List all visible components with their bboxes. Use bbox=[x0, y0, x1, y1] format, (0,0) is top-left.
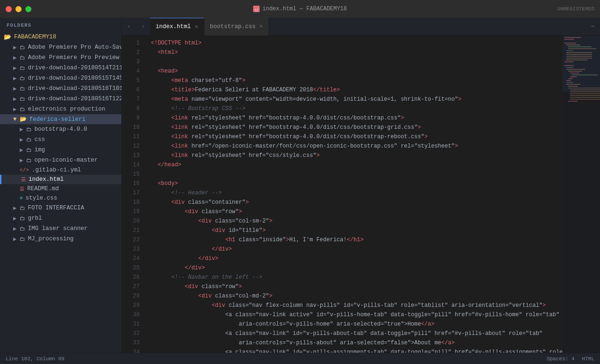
folder-icon-shape7: 🗀 bbox=[26, 126, 32, 133]
code-line bbox=[151, 57, 562, 67]
sidebar-item-drive2[interactable]: ▶ 🗀 drive-download-20180515T14561 bbox=[0, 73, 121, 83]
folder-closed-icon: ▶ bbox=[13, 54, 17, 61]
code-line: <div class="row"> bbox=[151, 207, 562, 216]
code-line: <a class="nav-link" id="v-pills-assignme… bbox=[151, 348, 562, 353]
folder-closed-icon: ▶ bbox=[13, 44, 17, 51]
folder-closed-icon11: ▶ bbox=[13, 204, 17, 212]
code-line: </div> bbox=[151, 263, 562, 273]
sidebar-item-gitlab-ci[interactable]: </> .gitlab-ci.yml bbox=[0, 165, 121, 175]
sidebar-item-label: .gitlab-ci.yml bbox=[32, 167, 81, 173]
editor-area: ‹ › index.html × bootstrap.css × ⋯ 12345… bbox=[122, 18, 600, 353]
folder-icon-shape11: 🗀 bbox=[20, 205, 25, 212]
folder-closed-icon12: ▶ bbox=[13, 215, 17, 222]
app-icon: </> bbox=[253, 6, 260, 12]
sidebar-item-drive1[interactable]: ▶ 🗀 drive-download-20180514T21144 bbox=[0, 63, 121, 73]
folder-icon-shape8: 🗀 bbox=[26, 136, 32, 143]
code-line: <div class="row"> bbox=[151, 282, 562, 291]
sidebar: FOLDERS 📂 FABACADEMY18 ▶ 🗀 Adobe Premier… bbox=[0, 18, 122, 353]
code-line: <a class="nav-link active" id="v-pills-h… bbox=[151, 310, 562, 319]
sidebar-item-adobe-auto-save[interactable]: ▶ 🗀 Adobe Premiere Pro Auto-Save bbox=[0, 42, 121, 52]
tab-close-bootstrap[interactable]: × bbox=[259, 23, 263, 30]
line-numbers: 1234567891011121314151617181920212223242… bbox=[122, 36, 144, 353]
editor-container: 1234567891011121314151617181920212223242… bbox=[122, 36, 600, 353]
tab-nav-forward[interactable]: › bbox=[136, 18, 150, 36]
minimize-button[interactable] bbox=[15, 6, 22, 12]
sidebar-item-label: FABACADEMY18 bbox=[14, 34, 56, 40]
folder-icon-shape3: 🗀 bbox=[20, 75, 25, 82]
status-line-col[interactable]: Line 102, Column 99 bbox=[6, 356, 64, 362]
folder-closed-icon3: ▶ bbox=[13, 74, 17, 82]
sidebar-item-label: drive-download-20180516T10101 bbox=[28, 85, 121, 92]
code-line: <div class="col-sm-2"> bbox=[151, 216, 562, 226]
folder-icon-shape10: 🗀 bbox=[26, 157, 32, 164]
folder-icon-shape14: 🗀 bbox=[20, 236, 25, 243]
registration-status: UNREGISTERED bbox=[557, 6, 594, 12]
sidebar-item-drive3[interactable]: ▶ 🗀 drive-download-20180516T10101 bbox=[0, 83, 121, 94]
sidebar-item-mj-processing[interactable]: ▶ 🗀 MJ_processing bbox=[0, 234, 121, 244]
file-gitlab-icon: </> bbox=[20, 167, 29, 173]
code-line: </div> bbox=[151, 254, 562, 263]
folder-icon-shape13: 🗀 bbox=[20, 225, 25, 232]
sidebar-item-fabacademy18[interactable]: 📂 FABACADEMY18 bbox=[0, 32, 121, 42]
close-button[interactable] bbox=[6, 6, 12, 12]
code-line: <!-- Navbar on the left --> bbox=[151, 273, 562, 282]
sidebar-item-img-laser[interactable]: ▶ 🗀 IMG laser scanner bbox=[0, 223, 121, 234]
file-md-icon: ☰ bbox=[20, 186, 24, 192]
sidebar-item-open-iconic[interactable]: ▶ 🗀 open-iconic-master bbox=[0, 155, 121, 165]
svg-rect-31 bbox=[570, 93, 600, 94]
tab-label: bootstrap.css bbox=[210, 23, 256, 30]
sidebar-item-label: drive-download-20180514T21144 bbox=[28, 65, 121, 71]
folder-open-icon: 📂 bbox=[4, 33, 11, 41]
sidebar-item-index-html[interactable]: ☰ index.html bbox=[0, 175, 121, 184]
sidebar-item-label: README.md bbox=[27, 186, 59, 192]
sidebar-item-grbl[interactable]: ▶ 🗀 grbl bbox=[0, 213, 121, 223]
sidebar-item-label: federica-selleri bbox=[30, 116, 86, 123]
sidebar-item-label: open-iconic-master bbox=[35, 157, 98, 163]
svg-rect-35 bbox=[568, 101, 578, 102]
sidebar-item-adobe-preview[interactable]: ▶ 🗀 Adobe Premiere Pro Preview Files bbox=[0, 52, 121, 63]
tab-bootstrap-css[interactable]: bootstrap.css × bbox=[204, 18, 269, 36]
folder-closed-icon9: ▶ bbox=[20, 146, 23, 154]
sidebar-item-drive4[interactable]: ▶ 🗀 drive-download-20180516T12255 bbox=[0, 94, 121, 104]
sidebar-item-electronics-production[interactable]: ▶ 🗀 electronics production bbox=[0, 104, 121, 114]
code-line: <h1 class="inside">Hi, I'm Federica!</h1… bbox=[151, 235, 562, 245]
code-line: <meta name="viewport" content="width=dev… bbox=[151, 95, 562, 104]
titlebar: </> index.html — FABACADEMY18 UNREGISTER… bbox=[0, 0, 600, 18]
sidebar-item-foto-interfaccia[interactable]: ▶ 🗀 FOTO INTERFACCIA bbox=[0, 203, 121, 213]
svg-rect-34 bbox=[570, 99, 600, 100]
tab-nav-back[interactable]: ‹ bbox=[122, 18, 136, 36]
code-line: <head> bbox=[151, 67, 562, 76]
folder-closed-icon4: ▶ bbox=[13, 85, 17, 92]
sidebar-item-label: bootstrap-4.0.0 bbox=[35, 126, 88, 133]
code-content[interactable]: <!DOCTYPE html> <html> <head> <meta char… bbox=[144, 36, 562, 353]
code-line: <body> bbox=[151, 179, 562, 188]
sidebar-item-img[interactable]: ▶ 🗀 img bbox=[0, 145, 121, 155]
tabs-bar: ‹ › index.html × bootstrap.css × ⋯ bbox=[122, 18, 600, 36]
sidebar-item-css[interactable]: ▶ 🗀 css bbox=[0, 134, 121, 145]
status-left: Line 102, Column 99 bbox=[6, 356, 64, 362]
status-right: Spaces: 4 HTML bbox=[547, 356, 594, 362]
main-layout: FOLDERS 📂 FABACADEMY18 ▶ 🗀 Adobe Premier… bbox=[0, 18, 600, 353]
sidebar-item-readme[interactable]: ☰ README.md bbox=[0, 184, 121, 193]
status-language[interactable]: HTML bbox=[582, 356, 594, 362]
tab-close-index[interactable]: × bbox=[195, 23, 198, 30]
code-line: <div class="container"> bbox=[151, 198, 562, 207]
code-line: <link rel="stylesheet" href="bootstrap-4… bbox=[151, 113, 562, 123]
window-controls[interactable] bbox=[6, 6, 31, 12]
folder-icon-shape5: 🗀 bbox=[20, 96, 25, 103]
minimap-svg bbox=[562, 36, 600, 353]
title-text: index.html — FABACADEMY18 bbox=[262, 6, 347, 12]
sidebar-content: 📂 FABACADEMY18 ▶ 🗀 Adobe Premiere Pro Au… bbox=[0, 32, 121, 353]
sidebar-item-label: img bbox=[35, 147, 45, 153]
folder-closed-icon8: ▶ bbox=[20, 136, 23, 143]
maximize-button[interactable] bbox=[25, 6, 31, 12]
sidebar-item-style-css[interactable]: # style.css bbox=[0, 193, 121, 203]
sidebar-item-bootstrap[interactable]: ▶ 🗀 bootstrap-4.0.0 bbox=[0, 124, 121, 134]
status-bar: Line 102, Column 99 Spaces: 4 HTML bbox=[0, 353, 600, 364]
tab-more-button[interactable]: ⋯ bbox=[586, 18, 600, 36]
status-spaces[interactable]: Spaces: 4 bbox=[547, 356, 574, 362]
tab-index-html[interactable]: index.html × bbox=[150, 18, 204, 36]
code-line: <!DOCTYPE html> bbox=[151, 38, 562, 48]
sidebar-item-federica-selleri[interactable]: ▼ 📂 federica-selleri bbox=[0, 114, 121, 124]
sidebar-item-label: drive-download-20180516T12255 bbox=[28, 96, 121, 102]
